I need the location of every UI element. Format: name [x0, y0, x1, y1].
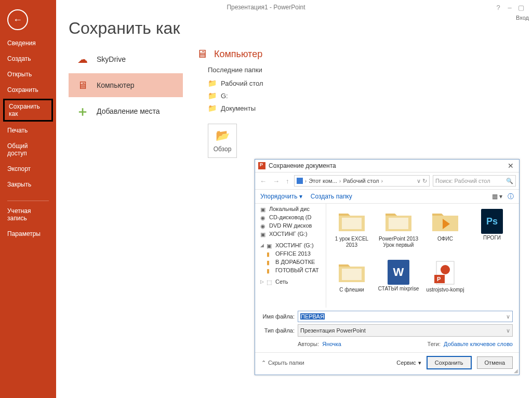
side-saveas[interactable]: Сохранить как	[3, 99, 53, 122]
path-bar[interactable]: › Этот ком... › Рабочий стол › ∨ ↻	[294, 175, 430, 187]
place-add[interactable]: ＋ Добавление места	[69, 99, 183, 123]
network-icon: ⬚	[267, 279, 273, 284]
powerpoint-icon	[258, 162, 265, 169]
file-item[interactable]: PsПРОГИ	[469, 207, 515, 258]
help-icon[interactable]: ?	[495, 4, 502, 11]
recent-folder[interactable]: 📁Рабочий стол	[196, 77, 520, 89]
minimize-icon[interactable]: –	[506, 4, 513, 11]
filetype-select[interactable]: Презентация PowerPoint∨	[298, 324, 513, 337]
folder-icon: 📁	[208, 91, 217, 100]
help-icon[interactable]: ⓘ	[508, 192, 514, 201]
tree-item[interactable]: ◢▣ХОСТИНГ (G:)	[255, 241, 326, 249]
folder-icon	[338, 209, 366, 235]
browse-button[interactable]: 📂 Обзор	[208, 124, 237, 158]
drive-icon: ▣	[260, 206, 267, 211]
tree-item[interactable]: ▮OFFICE 2013	[255, 249, 326, 258]
refresh-icon[interactable]: ∨ ↻	[417, 178, 427, 184]
folder-icon: ▮	[267, 251, 273, 256]
tree-item[interactable]: ▮В ДОРАБОТКЕ	[255, 258, 326, 266]
dialog-footer: ⌃Скрыть папки Сервис ▾ Сохранить Отмена …	[255, 352, 519, 375]
hide-folders-button[interactable]: ⌃Скрыть папки	[261, 360, 304, 366]
folder-open-icon: 📂	[216, 129, 230, 142]
folder-icon: 📁	[208, 79, 217, 87]
computer-icon: 🖥	[196, 47, 208, 61]
folder-icon	[431, 209, 459, 235]
drive-icon: ▣	[260, 231, 267, 236]
page-title: Сохранить как	[69, 19, 520, 38]
side-info[interactable]: Сведения	[0, 35, 56, 51]
save-button[interactable]: Сохранить	[427, 356, 472, 369]
app-title: Презентация1 - PowerPoint	[227, 4, 305, 11]
tree-item[interactable]: ◉DVD RW дисков	[255, 221, 326, 230]
close-icon[interactable]: ✕	[506, 162, 516, 170]
new-folder-button[interactable]: Создать папку	[311, 193, 352, 200]
places-list: ☁ SkyDrive 🖥 Компьютер ＋ Добавление мест…	[69, 47, 183, 158]
side-share[interactable]: Общий доступ	[0, 138, 56, 161]
backstage-sidebar: ← Сведения Создать Открыть Сохранить Сох…	[0, 0, 56, 398]
side-options[interactable]: Параметры	[0, 226, 56, 242]
recent-folder[interactable]: 📁Документы	[196, 102, 520, 114]
file-item[interactable]: Pustrojstvo-kompj	[422, 258, 469, 309]
restore-icon[interactable]: ▢	[517, 4, 525, 11]
file-item[interactable]: С флешки	[328, 258, 375, 309]
detail-pane: 🖥 Компьютер Последние папки 📁Рабочий сто…	[196, 47, 520, 158]
drive-icon	[297, 178, 303, 184]
side-save[interactable]: Сохранить	[0, 82, 56, 98]
place-skydrive[interactable]: ☁ SkyDrive	[69, 47, 183, 71]
save-dialog: Сохранение документа ✕ ← → ↑ › Этот ком.…	[255, 159, 520, 375]
side-export[interactable]: Экспорт	[0, 161, 56, 177]
cancel-button[interactable]: Отмена	[477, 356, 513, 369]
photoshop-icon: Ps	[481, 209, 503, 234]
tree-item[interactable]: ▣ХОСТИНГ (G:)	[255, 230, 326, 238]
folder-icon: ▮	[267, 268, 273, 273]
place-computer[interactable]: 🖥 Компьютер	[69, 73, 183, 97]
file-item[interactable]: WСТАТЬИ mixprise	[375, 258, 422, 309]
nav-fwd-icon[interactable]: →	[271, 177, 281, 185]
filename-input[interactable]: ПЕРВАЯ∨	[298, 311, 513, 322]
filename-label: Имя файла:	[261, 313, 295, 320]
resize-grip-icon[interactable]: ◢	[514, 368, 518, 374]
nav-back-icon[interactable]: ←	[258, 177, 268, 185]
back-button[interactable]: ←	[7, 9, 28, 30]
computer-icon: 🖥	[76, 79, 89, 91]
tree-item[interactable]: ▣Локальный дис	[255, 205, 326, 213]
folder-icon: ▮	[267, 259, 273, 264]
view-icon[interactable]: ▦ ▾	[492, 193, 502, 200]
file-list: 1 урок EXCEL 2013 PowerPoint 2013 Урок п…	[326, 204, 519, 308]
tree-item[interactable]: ▷⬚Сеть	[255, 277, 326, 286]
nav-up-icon[interactable]: ↑	[284, 177, 291, 185]
search-input[interactable]: Поиск: Рабочий стол 🔍	[433, 175, 516, 187]
powerpoint-icon: P	[431, 260, 459, 286]
cloud-icon: ☁	[76, 54, 89, 65]
dialog-title: Сохранение документа	[269, 162, 336, 169]
organize-menu[interactable]: Упорядочить ▾	[260, 193, 302, 200]
side-account[interactable]: Учетная запись	[0, 203, 56, 226]
dialog-toolbar: Упорядочить ▾ Создать папку ▦ ▾ ⓘ	[255, 190, 519, 204]
folder-icon	[338, 260, 366, 286]
svg-text:P: P	[437, 276, 441, 282]
tags-field[interactable]: Добавьте ключевое слово	[444, 341, 513, 347]
file-item[interactable]: PowerPoint 2013 Урок первый	[375, 207, 422, 258]
folder-tree: ▣Локальный дис ◉CD-дисковод (D ◉DVD RW д…	[255, 204, 326, 308]
chevron-up-icon: ⌃	[261, 360, 266, 366]
folder-icon: 📁	[208, 104, 217, 112]
disc-icon: ◉	[260, 223, 267, 228]
side-print[interactable]: Печать	[0, 123, 56, 138]
dialog-fields: Имя файла: ПЕРВАЯ∨ Тип файла: Презентаци…	[255, 308, 519, 352]
search-icon: 🔍	[506, 178, 513, 184]
tree-item[interactable]: ▮ГОТОВЫЙ СТАТ	[255, 266, 326, 274]
service-menu[interactable]: Сервис ▾	[396, 360, 421, 366]
dialog-nav: ← → ↑ › Этот ком... › Рабочий стол › ∨ ↻…	[255, 173, 519, 190]
side-close[interactable]: Закрыть	[0, 177, 56, 192]
side-open[interactable]: Открыть	[0, 67, 56, 82]
svg-point-1	[441, 265, 450, 274]
side-new[interactable]: Создать	[0, 51, 56, 67]
recent-folder[interactable]: 📁G:	[196, 89, 520, 102]
tree-item[interactable]: ◉CD-дисковод (D	[255, 213, 326, 221]
file-item[interactable]: ОФИС	[422, 207, 469, 258]
word-icon: W	[388, 260, 409, 285]
authors-field[interactable]: Яночка	[322, 341, 341, 347]
file-item[interactable]: 1 урок EXCEL 2013	[328, 207, 375, 258]
folder-icon	[384, 209, 413, 235]
titlebar: Презентация1 - PowerPoint ? – ▢	[0, 0, 532, 15]
